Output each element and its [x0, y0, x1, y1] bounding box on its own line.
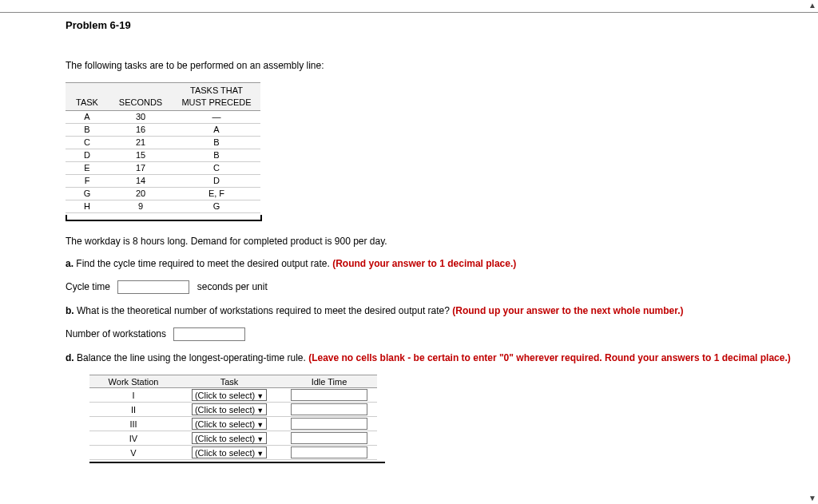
col-header-precede: TASKS THAT MUST PRECEDE: [173, 83, 260, 111]
task-select[interactable]: (Click to select)▼: [192, 446, 267, 458]
cycle-time-input[interactable]: [117, 280, 189, 294]
cell-task: A: [66, 111, 109, 124]
ws-row: III (Click to select)▼: [89, 417, 377, 431]
scroll-down-arrow[interactable]: ▼: [807, 493, 818, 504]
ws-row: II (Click to select)▼: [89, 403, 377, 417]
chevron-down-icon: ▼: [256, 421, 264, 429]
page-content: Problem 6-19 The following tasks are to …: [0, 13, 818, 463]
scroll-up-arrow[interactable]: ▲: [807, 0, 818, 11]
cell-task: C: [66, 137, 109, 149]
cell-task: E: [66, 162, 109, 175]
ws-row: IV (Click to select)▼: [89, 431, 377, 446]
ws-cell: V: [89, 446, 177, 460]
cell-precede: G: [173, 200, 260, 213]
ws-row: V (Click to select)▼: [89, 446, 377, 460]
cell-precede: B: [173, 149, 260, 162]
table-row: C21B: [66, 137, 260, 149]
ws-cell: IV: [89, 431, 177, 446]
table-row: F14D: [66, 175, 260, 188]
cell-precede: C: [173, 162, 260, 175]
part-a-question: a. Find the cycle time required to meet …: [66, 258, 818, 269]
cell-seconds: 16: [109, 124, 173, 137]
col-header-workstation: Work Station: [89, 375, 177, 388]
task-select[interactable]: (Click to select)▼: [192, 403, 267, 415]
cycle-time-unit: seconds per unit: [197, 281, 268, 292]
ws-cell: III: [89, 417, 177, 431]
part-a-hint: (Round your answer to 1 decimal place.): [332, 258, 516, 269]
table-bottom-bracket: [66, 216, 262, 221]
table-row: H9G: [66, 200, 260, 213]
part-d-question: d. Balance the line using the longest-op…: [66, 352, 818, 363]
select-label: (Click to select): [195, 391, 255, 400]
cell-precede: A: [173, 124, 260, 137]
cell-task: H: [66, 200, 109, 213]
cell-seconds: 9: [109, 200, 173, 213]
part-a-text: Find the cycle time required to meet the…: [73, 258, 332, 269]
col-header-task: TASK: [66, 83, 109, 111]
part-d-text: Balance the line using the longest-opera…: [74, 352, 309, 363]
cycle-time-row: Cycle time seconds per unit: [66, 280, 818, 294]
idle-time-input[interactable]: [291, 432, 367, 444]
chevron-down-icon: ▼: [256, 407, 264, 415]
problem-title: Problem 6-19: [66, 19, 818, 31]
col-header-seconds: SECONDS: [109, 83, 173, 111]
cell-seconds: 15: [109, 149, 173, 162]
select-label: (Click to select): [195, 434, 255, 443]
workday-text: The workday is 8 hours long. Demand for …: [66, 236, 818, 247]
part-b-letter: b.: [66, 305, 74, 316]
ws-cell: I: [89, 388, 177, 403]
select-label: (Click to select): [195, 405, 255, 415]
tasks-table: TASK SECONDS TASKS THAT MUST PRECEDE A30…: [66, 82, 260, 213]
cell-seconds: 17: [109, 162, 173, 175]
idle-time-input[interactable]: [291, 418, 367, 430]
idle-time-input[interactable]: [291, 403, 367, 415]
task-select[interactable]: (Click to select)▼: [192, 418, 267, 430]
col-header-idle: Idle Time: [281, 375, 377, 388]
cell-seconds: 20: [109, 188, 173, 200]
table-row: B16A: [66, 124, 260, 137]
workstations-input[interactable]: [173, 327, 245, 341]
cell-task: B: [66, 124, 109, 137]
workstations-row: Number of workstations: [66, 327, 818, 341]
table-row: E17C: [66, 162, 260, 175]
part-a-letter: a.: [66, 258, 73, 269]
idle-time-input[interactable]: [291, 446, 367, 458]
part-b-question: b. What is the theoretical number of wor…: [66, 305, 818, 316]
cell-seconds: 30: [109, 111, 173, 124]
cycle-time-label: Cycle time: [66, 281, 110, 292]
part-b-hint: (Round up your answer to the next whole …: [452, 305, 683, 316]
intro-text: The following tasks are to be performed …: [66, 60, 818, 71]
cell-precede: D: [173, 175, 260, 188]
table-row: D15B: [66, 149, 260, 162]
part-d-hint: (Leave no cells blank - be certain to en…: [308, 352, 791, 363]
idle-time-input[interactable]: [291, 389, 367, 401]
workstation-table: Work Station Task Idle Time I (Click to …: [89, 375, 377, 460]
workstations-label: Number of workstations: [66, 328, 166, 339]
table-row: A30—: [66, 111, 260, 124]
task-select[interactable]: (Click to select)▼: [192, 389, 267, 401]
cell-precede: B: [173, 137, 260, 149]
table-row: G20E, F: [66, 188, 260, 200]
cell-seconds: 21: [109, 137, 173, 149]
chevron-down-icon: ▼: [256, 450, 264, 458]
ws-row: I (Click to select)▼: [89, 388, 377, 403]
part-d-letter: d.: [66, 352, 74, 363]
window-top-border: [0, 0, 818, 13]
cell-precede: —: [173, 111, 260, 124]
cell-task: D: [66, 149, 109, 162]
ws-cell: II: [89, 403, 177, 417]
cell-task: F: [66, 175, 109, 188]
part-b-text: What is the theoretical number of workst…: [74, 305, 453, 316]
chevron-down-icon: ▼: [256, 435, 264, 443]
col-header-task2: Task: [177, 375, 281, 388]
select-label: (Click to select): [195, 419, 255, 429]
chevron-down-icon: ▼: [256, 392, 264, 400]
cell-task: G: [66, 188, 109, 200]
cell-precede: E, F: [173, 188, 260, 200]
cell-seconds: 14: [109, 175, 173, 188]
ws-table-bottom-bracket: [89, 460, 385, 463]
select-label: (Click to select): [195, 448, 255, 458]
task-select[interactable]: (Click to select)▼: [192, 432, 267, 444]
